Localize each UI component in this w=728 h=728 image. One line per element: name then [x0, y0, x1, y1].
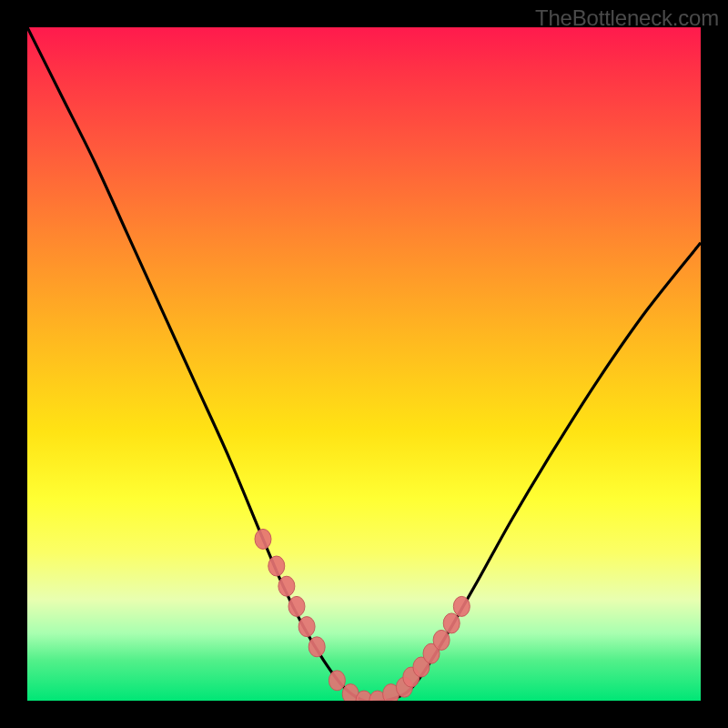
chart-svg [27, 27, 701, 701]
marker-dot [268, 556, 285, 576]
marker-dot [443, 613, 460, 633]
marker-dot [278, 576, 295, 596]
marker-dot [329, 671, 345, 691]
marker-dot [308, 637, 325, 657]
attribution-text: TheBottleneck.com [535, 5, 719, 31]
marker-dot [298, 617, 315, 637]
marker-dot [453, 596, 470, 616]
curve-line [27, 27, 701, 701]
marker-dot [288, 596, 305, 616]
marker-dot [255, 529, 271, 549]
outer-frame: TheBottleneck.com [0, 0, 728, 728]
plot-area [27, 27, 701, 701]
marker-dot [433, 630, 450, 650]
bottleneck-curve [27, 27, 701, 701]
highlighted-points [255, 529, 470, 701]
